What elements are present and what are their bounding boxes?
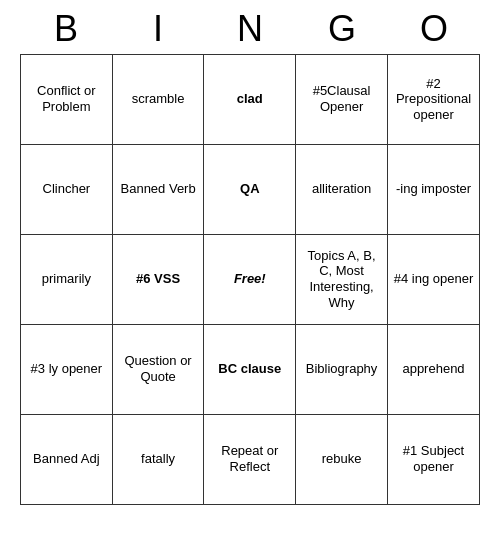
title-letter: G: [302, 8, 382, 50]
bingo-cell: Repeat or Reflect: [204, 414, 296, 504]
title-letter: N: [210, 8, 290, 50]
bingo-cell: #5Clausal Opener: [296, 54, 388, 144]
bingo-cell: Question or Quote: [112, 324, 204, 414]
bingo-cell: #6 VSS: [112, 234, 204, 324]
bingo-cell: apprehend: [388, 324, 480, 414]
title-letter: O: [394, 8, 474, 50]
table-row: primarily#6 VSSFree!Topics A, B, C, Most…: [21, 234, 480, 324]
bingo-grid: Conflict or Problemscrambleclad#5Clausal…: [20, 54, 480, 505]
bingo-cell: Banned Adj: [21, 414, 113, 504]
bingo-cell: Clincher: [21, 144, 113, 234]
bingo-cell: Conflict or Problem: [21, 54, 113, 144]
table-row: Conflict or Problemscrambleclad#5Clausal…: [21, 54, 480, 144]
bingo-cell: Bibliography: [296, 324, 388, 414]
bingo-cell: #3 ly opener: [21, 324, 113, 414]
bingo-cell: fatally: [112, 414, 204, 504]
bingo-cell: Free!: [204, 234, 296, 324]
bingo-cell: #4 ing opener: [388, 234, 480, 324]
bingo-cell: scramble: [112, 54, 204, 144]
bingo-cell: rebuke: [296, 414, 388, 504]
bingo-title: BINGO: [20, 0, 480, 54]
bingo-cell: Banned Verb: [112, 144, 204, 234]
bingo-cell: #1 Subject opener: [388, 414, 480, 504]
title-letter: B: [26, 8, 106, 50]
bingo-cell: alliteration: [296, 144, 388, 234]
bingo-cell: BC clause: [204, 324, 296, 414]
bingo-cell: primarily: [21, 234, 113, 324]
table-row: #3 ly openerQuestion or QuoteBC clauseBi…: [21, 324, 480, 414]
table-row: Banned AdjfatallyRepeat or Reflectrebuke…: [21, 414, 480, 504]
table-row: ClincherBanned VerbQAalliteration-ing im…: [21, 144, 480, 234]
bingo-cell: -ing imposter: [388, 144, 480, 234]
title-letter: I: [118, 8, 198, 50]
bingo-cell: Topics A, B, C, Most Interesting, Why: [296, 234, 388, 324]
bingo-cell: QA: [204, 144, 296, 234]
bingo-cell: clad: [204, 54, 296, 144]
bingo-cell: #2 Prepositional opener: [388, 54, 480, 144]
